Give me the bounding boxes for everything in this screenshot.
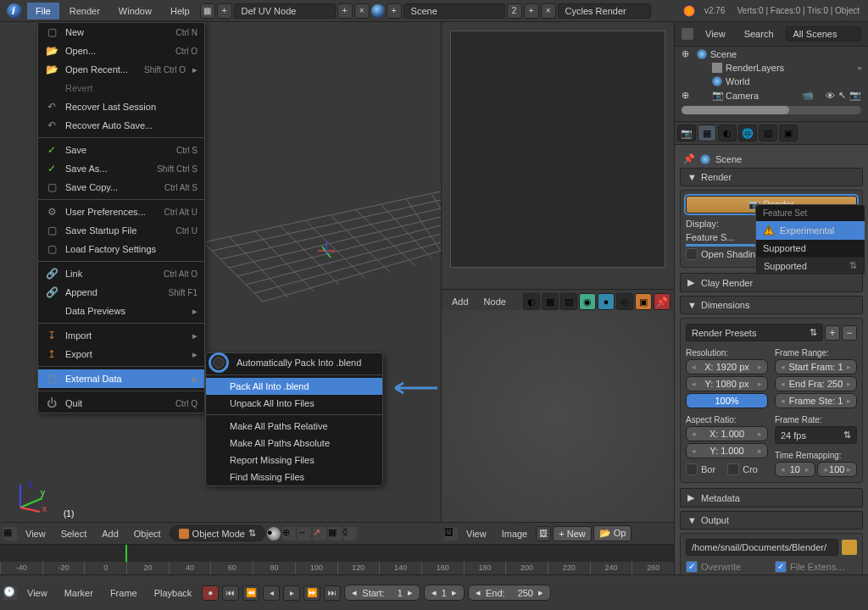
- scene-del-btn[interactable]: ×: [541, 3, 556, 19]
- start-frame-field[interactable]: ◂Start: 1▸: [344, 585, 420, 601]
- menu-recover-last[interactable]: ↶Recover Last Session: [38, 97, 204, 116]
- shading-icon[interactable]: ●: [267, 527, 281, 541]
- panel-metadata[interactable]: ▶Metadata: [680, 488, 863, 507]
- end-frame-field[interactable]: ◂End: 250▸: [468, 585, 551, 601]
- fileext-cb[interactable]: [775, 561, 787, 573]
- crop-cb[interactable]: [727, 463, 739, 475]
- remap-old[interactable]: ◂10▸: [775, 462, 815, 477]
- overwrite-cb[interactable]: [686, 561, 698, 573]
- node-editor-canvas[interactable]: [442, 310, 674, 522]
- menu-link[interactable]: 🔗LinkCtrl Alt O: [38, 264, 204, 283]
- shader-icon[interactable]: ◐: [523, 293, 540, 310]
- tl-playback[interactable]: Playback: [147, 585, 199, 602]
- menu-auto-pack[interactable]: Automatically Pack Into .blend: [206, 353, 382, 372]
- eye-icon[interactable]: 👁: [826, 91, 835, 101]
- tl-marker[interactable]: Marker: [58, 585, 100, 602]
- timeline[interactable]: -40 -20 0 20 40 60 80 100 120 140 160 18…: [0, 544, 674, 574]
- tl-view[interactable]: View: [20, 585, 54, 602]
- menu-pack-all[interactable]: Pack All Into .blend: [206, 378, 382, 395]
- jump-start-btn[interactable]: ⏮: [222, 585, 239, 601]
- menu-save-startup[interactable]: ▢Save Startup FileCtrl U: [38, 221, 204, 240]
- menu-report-missing[interactable]: Report Missing Files: [206, 452, 382, 469]
- uv-canvas[interactable]: [450, 30, 665, 268]
- tl-frame[interactable]: Frame: [103, 585, 144, 602]
- aspect-y[interactable]: ◂Y: 1.000▸: [686, 443, 768, 458]
- menu-import[interactable]: ↧Import▸: [38, 326, 204, 345]
- img-new-btn[interactable]: + New: [553, 526, 592, 541]
- render-icon[interactable]: 📷: [849, 90, 861, 101]
- menu-recover-auto[interactable]: ↶Recover Auto Save...: [38, 116, 204, 135]
- menu-find-missing[interactable]: Find Missing Files: [206, 469, 382, 485]
- menu-paths-relative[interactable]: Make All Paths Relative: [206, 418, 382, 435]
- tab-object[interactable]: ▨: [759, 125, 777, 141]
- next-key-btn[interactable]: ⏩: [303, 585, 320, 601]
- layout-plus-icon[interactable]: +: [217, 3, 232, 19]
- backdrop-icon[interactable]: ▣: [635, 293, 652, 310]
- image-editor-icon[interactable]: 🖼: [444, 527, 458, 541]
- pin-icon[interactable]: 📌: [654, 293, 670, 310]
- border-cb[interactable]: [686, 463, 698, 475]
- vp-select[interactable]: Select: [54, 525, 94, 542]
- feature-set-field[interactable]: Supported⇅: [756, 257, 865, 274]
- pivot-icon[interactable]: ⊕: [282, 527, 296, 541]
- editor-type-icon[interactable]: ▦: [3, 527, 17, 541]
- jump-end-btn[interactable]: ⏭: [324, 585, 341, 601]
- texture-icon[interactable]: ▨: [560, 293, 577, 310]
- aspect-x[interactable]: ◂X: 1.000▸: [686, 426, 768, 441]
- tab-render[interactable]: 📷: [677, 125, 696, 141]
- tab-render-layers[interactable]: ▦: [698, 125, 716, 141]
- uv-editor[interactable]: [442, 22, 674, 289]
- img-open-btn[interactable]: 📂 Op: [593, 525, 632, 541]
- fps-dropdown[interactable]: 24 fps⇅: [775, 426, 857, 444]
- outliner-view[interactable]: View: [698, 25, 732, 42]
- osl-checkbox[interactable]: [686, 248, 698, 260]
- panel-render[interactable]: ▼Render: [680, 168, 863, 186]
- menu-export[interactable]: ↥Export▸: [38, 345, 204, 363]
- vp-object[interactable]: Object: [127, 525, 168, 542]
- panel-clay[interactable]: ▶Clay Render: [680, 273, 863, 292]
- snap-icon[interactable]: ⧲: [343, 527, 357, 541]
- scene-add-btn[interactable]: +: [524, 3, 539, 19]
- compositor-icon[interactable]: ▦: [542, 293, 559, 310]
- menu-open[interactable]: 📂Open...Ctrl O: [38, 42, 204, 60]
- menu-save-copy[interactable]: ▢Save Copy...Ctrl Alt S: [38, 178, 204, 197]
- feature-supported[interactable]: Supported: [756, 240, 865, 257]
- tab-scene[interactable]: ◐: [718, 125, 737, 141]
- record-btn[interactable]: ●: [202, 585, 219, 601]
- manipulator-icon[interactable]: ↔: [298, 527, 311, 541]
- menu-save[interactable]: ✓SaveCtrl S: [38, 141, 204, 159]
- outliner-world[interactable]: World: [675, 75, 868, 88]
- menu-preferences[interactable]: ⚙User Preferences...Ctrl Alt U: [38, 202, 204, 221]
- res-y[interactable]: ◂Y: 1080 px▸: [686, 376, 768, 391]
- camera-data-icon[interactable]: 📹: [802, 90, 814, 101]
- layout-add-btn[interactable]: +: [337, 3, 353, 19]
- img-view[interactable]: View: [459, 525, 493, 542]
- lamp-icon[interactable]: ◎: [616, 293, 633, 310]
- res-x[interactable]: ◂X: 1920 px▸: [686, 359, 768, 374]
- checkbox[interactable]: [213, 357, 225, 369]
- timeline-editor-icon[interactable]: 🕐: [3, 586, 17, 600]
- outliner-search[interactable]: Search: [737, 25, 781, 42]
- menu-append[interactable]: 🔗AppendShift F1: [38, 283, 204, 302]
- tab-constraints[interactable]: ▣: [779, 125, 798, 141]
- menu-data-previews[interactable]: Data Previews▸: [38, 302, 204, 320]
- mode-selector[interactable]: Object Mode⇅: [170, 525, 265, 541]
- material-icon[interactable]: ◉: [579, 293, 596, 310]
- timeline-track[interactable]: [0, 545, 674, 562]
- layers-icon[interactable]: ▦: [328, 527, 342, 541]
- menu-external-data[interactable]: ▢External Data▸: [38, 369, 204, 388]
- info-icon[interactable]: [7, 3, 22, 19]
- image-icon[interactable]: ▫: [858, 63, 861, 73]
- prev-key-btn[interactable]: ⏪: [242, 585, 259, 601]
- scene-plus-icon[interactable]: +: [387, 3, 402, 19]
- menu-load-factory[interactable]: ▢Load Factory Settings: [38, 240, 204, 258]
- folder-browse-icon[interactable]: [842, 540, 857, 555]
- remap-new[interactable]: ◂100▸: [817, 462, 858, 477]
- end-frame[interactable]: ◂End Fra: 250▸: [775, 376, 857, 391]
- pin-icon[interactable]: 📌: [683, 153, 695, 164]
- playhead[interactable]: [125, 545, 127, 562]
- node-node-menu[interactable]: Node: [477, 293, 513, 310]
- menu-help[interactable]: Help: [162, 3, 198, 19]
- frame-step[interactable]: ◂Frame Ste: 1▸: [775, 393, 857, 408]
- menu-new[interactable]: ▢NewCtrl N: [38, 23, 204, 42]
